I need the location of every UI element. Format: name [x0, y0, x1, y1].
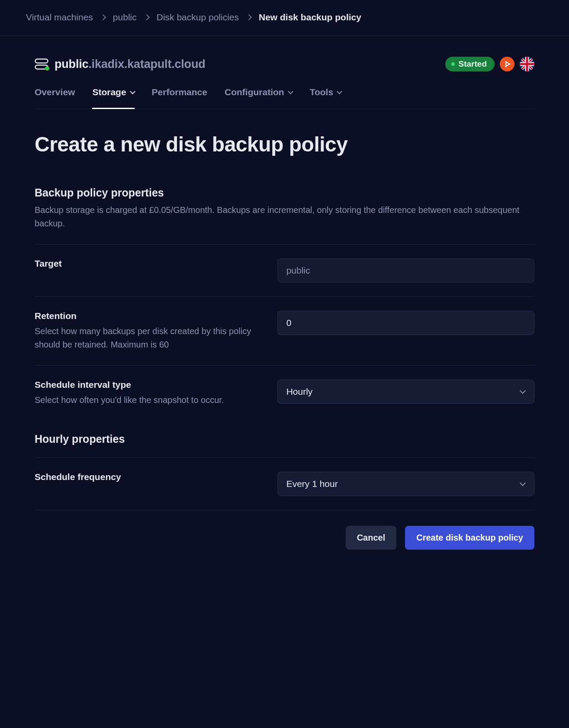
- chevron-down-icon: [130, 89, 135, 94]
- interval-type-select[interactable]: Hourly: [277, 380, 534, 404]
- page-title: Create a new disk backup policy: [35, 132, 534, 156]
- cancel-button[interactable]: Cancel: [346, 526, 397, 550]
- tab-configuration[interactable]: Configuration: [225, 87, 293, 109]
- section-heading-hourly-properties: Hourly properties: [35, 433, 534, 445]
- chevron-right-icon: [100, 14, 106, 20]
- breadcrumb-link-disk-backup-policies[interactable]: Disk backup policies: [157, 12, 239, 23]
- form-help-interval-type: Select how often you'd like the snapshot…: [35, 393, 264, 407]
- uk-flag-icon: [520, 57, 534, 71]
- server-icon: [35, 58, 48, 70]
- svg-point-5: [505, 65, 507, 67]
- breadcrumb-current: New disk backup policy: [259, 12, 361, 23]
- chevron-down-icon: [337, 89, 342, 94]
- svg-point-3: [509, 63, 511, 65]
- section-heading-backup-properties: Backup policy properties: [35, 187, 534, 199]
- status-text: Started: [459, 59, 487, 69]
- vm-header: public.ikadix.katapult.cloud Started: [35, 57, 534, 71]
- target-field: public: [277, 258, 534, 283]
- vm-hostname: public.ikadix.katapult.cloud: [55, 58, 205, 71]
- form-row-target: Target public: [35, 244, 534, 296]
- breadcrumb-link-public[interactable]: public: [113, 12, 137, 23]
- form-row-schedule-frequency: Schedule frequency Every 1 hour: [35, 457, 534, 510]
- create-disk-backup-policy-button[interactable]: Create disk backup policy: [405, 526, 534, 550]
- retention-input[interactable]: [277, 311, 534, 335]
- tab-label: Configuration: [225, 87, 284, 97]
- svg-point-2: [506, 63, 509, 66]
- breadcrumb: Virtual machines public Disk backup poli…: [0, 0, 569, 36]
- form-label-retention: Retention: [35, 311, 264, 321]
- status-badge: Started: [445, 57, 495, 71]
- tab-performance[interactable]: Performance: [152, 87, 207, 109]
- form-label-schedule-frequency: Schedule frequency: [35, 472, 264, 482]
- ubuntu-icon: [500, 57, 514, 71]
- tab-overview[interactable]: Overview: [35, 87, 75, 109]
- svg-rect-0: [35, 59, 48, 63]
- form-help-retention: Select how many backups per disk created…: [35, 325, 264, 351]
- form-label-interval-type: Schedule interval type: [35, 380, 264, 390]
- form-label-target: Target: [35, 258, 264, 269]
- form-row-retention: Retention Select how many backups per di…: [35, 296, 534, 365]
- tab-label: Tools: [310, 87, 333, 97]
- tab-bar: Overview Storage Performance Configurati…: [35, 87, 534, 109]
- chevron-down-icon: [288, 89, 293, 94]
- svg-point-4: [505, 61, 507, 63]
- form-footer: Cancel Create disk backup policy: [35, 510, 534, 550]
- section-description: Backup storage is charged at £0.05/GB/mo…: [35, 203, 534, 230]
- vm-hostname-primary: public: [55, 58, 88, 71]
- vm-hostname-rest: .ikadix.katapult.cloud: [88, 58, 205, 71]
- breadcrumb-link-virtual-machines[interactable]: Virtual machines: [26, 12, 93, 23]
- tab-label: Overview: [35, 87, 75, 97]
- tab-storage[interactable]: Storage: [92, 87, 134, 109]
- schedule-frequency-select[interactable]: Every 1 hour: [277, 472, 534, 496]
- tab-label: Performance: [152, 87, 207, 97]
- tab-tools[interactable]: Tools: [310, 87, 341, 109]
- tab-label: Storage: [92, 87, 126, 97]
- chevron-right-icon: [246, 14, 252, 20]
- chevron-right-icon: [144, 14, 150, 20]
- status-dot-icon: [451, 62, 455, 66]
- form-row-interval-type: Schedule interval type Select how often …: [35, 365, 534, 421]
